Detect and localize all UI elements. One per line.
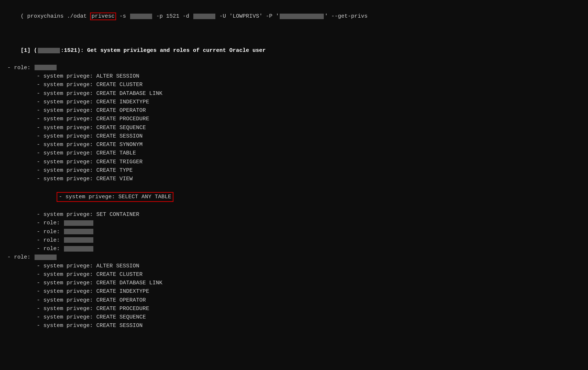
privesc-highlight: privesc xyxy=(90,13,116,20)
priv-create-trigger-1: - system privege: CREATE TRIGGER xyxy=(37,158,581,166)
redacted-db xyxy=(193,14,215,19)
blank-line-1 xyxy=(7,29,581,38)
priv-select-any-table-highlighted: - system privege: SELECT ANY TABLE xyxy=(37,183,581,210)
redacted-role-sub-4 xyxy=(64,246,93,252)
section-header-suffix: :1521): Get system privileges and roles … xyxy=(61,47,266,54)
redacted-role-top xyxy=(35,65,57,70)
priv-create-table-1: - system privege: CREATE TABLE xyxy=(37,149,581,157)
command-p-flag: -p 1521 -d xyxy=(153,13,193,19)
command-prefix: ( proxychains ./odat xyxy=(21,13,90,19)
redacted-role-sub-2 xyxy=(64,229,93,234)
redacted-pass xyxy=(280,14,324,19)
role-sub-4: - role: xyxy=(37,245,581,253)
redacted-section-host xyxy=(38,48,60,53)
priv-create-session-2: - system privege: CREATE SESSION xyxy=(37,321,581,330)
redacted-role-sub-1 xyxy=(64,220,93,226)
privs-section-1: - system privege: ALTER SESSION - system… xyxy=(7,72,581,253)
select-any-table-box: - system privege: SELECT ANY TABLE xyxy=(57,192,173,202)
command-getprivs: ' --get-privs xyxy=(325,13,368,19)
section-bracket: [1] ( xyxy=(21,47,37,54)
section-header: [1] ( :1521): Get system privileges and … xyxy=(7,38,581,64)
redacted-host xyxy=(130,14,152,19)
priv-create-operator-1: - system privege: CREATE OPERATOR xyxy=(37,106,581,115)
priv-create-indextype-2: - system privege: CREATE INDEXTYPE xyxy=(37,287,581,296)
priv-create-sequence-2: - system privege: CREATE SEQUENCE xyxy=(37,313,581,321)
terminal-window: ( proxychains ./odat privesc -s -p 1521 … xyxy=(0,0,588,334)
redacted-role-sub-3 xyxy=(64,237,93,243)
priv-create-indextype-1: - system privege: CREATE INDEXTYPE xyxy=(37,98,581,106)
priv-set-container-1: - system privege: SET CONTAINER xyxy=(37,210,581,219)
priv-alter-session-1: - system privege: ALTER SESSION xyxy=(37,72,581,81)
priv-create-session-1: - system privege: CREATE SESSION xyxy=(37,132,581,140)
priv-alter-session-2: - system privege: ALTER SESSION xyxy=(37,262,581,270)
priv-create-database-link-1: - system privege: CREATE DATABASE LINK xyxy=(37,89,581,98)
priv-create-view-1: - system privege: CREATE VIEW xyxy=(37,175,581,183)
command-u-flag: -U 'LOWPRIVS' -P ' xyxy=(216,13,279,19)
priv-create-sequence-1: - system privege: CREATE SEQUENCE xyxy=(37,124,581,132)
priv-create-operator-2: - system privege: CREATE OPERATOR xyxy=(37,296,581,305)
priv-create-procedure-1: - system privege: CREATE PROCEDURE xyxy=(37,115,581,123)
priv-create-cluster-1: - system privege: CREATE CLUSTER xyxy=(37,81,581,89)
privs-section-2: - system privege: ALTER SESSION - system… xyxy=(7,262,581,330)
role-line-top: - role: xyxy=(7,64,581,72)
role-sub-2: - role: xyxy=(37,228,581,236)
role-sub-1: - role: xyxy=(37,219,581,227)
role-line-2: - role: xyxy=(7,253,581,262)
priv-create-procedure-2: - system privege: CREATE PROCEDURE xyxy=(37,305,581,313)
redacted-role-2 xyxy=(35,255,57,260)
priv-create-type-1: - system privege: CREATE TYPE xyxy=(37,166,581,175)
priv-create-database-link-2: - system privege: CREATE DATABASE LINK xyxy=(37,279,581,287)
priv-create-cluster-2: - system privege: CREATE CLUSTER xyxy=(37,270,581,279)
role-sub-3: - role: xyxy=(37,236,581,245)
command-s-flag: -s xyxy=(116,13,129,19)
priv-create-synonym-1: - system privege: CREATE SYNONYM xyxy=(37,140,581,149)
command-line: ( proxychains ./odat privesc -s -p 1521 … xyxy=(7,4,581,29)
